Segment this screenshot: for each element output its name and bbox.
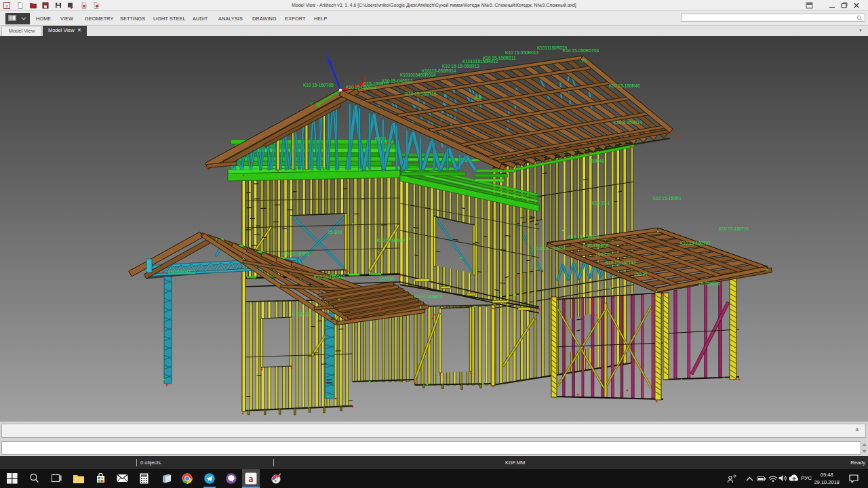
svg-text:K10 15-040R13: K10 15-040R13 xyxy=(382,79,413,83)
svg-text:KM05046R02: KM05046R02 xyxy=(233,167,260,171)
svg-text:K10 15-1: K10 15-1 xyxy=(592,201,610,205)
svg-text:K10 15-150R46: K10 15-150R46 xyxy=(609,83,640,88)
svg-text:K9 15-150R7: K9 15-150R7 xyxy=(283,251,310,256)
svg-text:K10 9-080R05: K10 9-080R05 xyxy=(414,294,442,299)
svg-text:K10 15-150T02: K10 15-150T02 xyxy=(606,260,636,265)
svg-text:K101015450R014: K101015450R014 xyxy=(400,73,436,77)
svg-text:150 01: 150 01 xyxy=(634,272,648,277)
svg-text:Y: Y xyxy=(309,100,313,107)
svg-text:K10 9-080R07: K10 9-080R07 xyxy=(377,238,406,243)
svg-text:K10 15-150R15: K10 15-150R15 xyxy=(406,92,437,96)
svg-text:-150T00: -150T00 xyxy=(594,252,611,257)
svg-text:15-1R0: 15-1R0 xyxy=(328,230,342,235)
svg-text:150R46: 150R46 xyxy=(589,159,604,163)
svg-text:K-150.02: K-150.02 xyxy=(292,312,310,317)
svg-text:K10115-050R014: K10115-050R014 xyxy=(422,68,456,73)
svg-text:K10 15-150R1: K10 15-150R1 xyxy=(653,196,682,201)
svg-text:0 15-150R06: 0 15-150R06 xyxy=(583,243,609,248)
svg-text:K10 15-150T01: K10 15-150T01 xyxy=(680,241,711,245)
svg-text:V1: V1 xyxy=(581,58,587,63)
svg-text:K10 15-150T01: K10 15-150T01 xyxy=(719,226,749,231)
svg-text:K10 1: K10 1 xyxy=(375,136,387,141)
svg-text:K10 15-150R04: K10 15-150R04 xyxy=(534,246,566,251)
svg-text:Z: Z xyxy=(326,49,331,59)
svg-text:K10 15-15-050R13: K10 15-15-050R13 xyxy=(442,64,479,68)
svg-text:K13 15-150D12: K13 15-150D12 xyxy=(314,274,345,279)
svg-text:150T08: 150T08 xyxy=(380,277,395,281)
svg-text:K10 15-150R04: K10 15-150R04 xyxy=(568,235,599,239)
svg-text:a: a xyxy=(249,474,254,484)
svg-text:KM05046R02: KM05046R02 xyxy=(168,270,195,274)
svg-text:K10 15-150T05: K10 15-150T05 xyxy=(303,83,334,87)
svg-text:K10 15-050R013: K10 15-050R013 xyxy=(505,50,539,55)
svg-text:20b: 20b xyxy=(475,95,482,100)
svg-text:K10 15-050R0T03: K10 15-050R0T03 xyxy=(563,48,599,53)
svg-text:K10 15-150R011: K10 15-150R011 xyxy=(483,56,516,60)
svg-text:15-150D06: 15-150D06 xyxy=(698,281,721,286)
svg-text:K10 9-150R14: K10 9-150R14 xyxy=(614,120,642,125)
